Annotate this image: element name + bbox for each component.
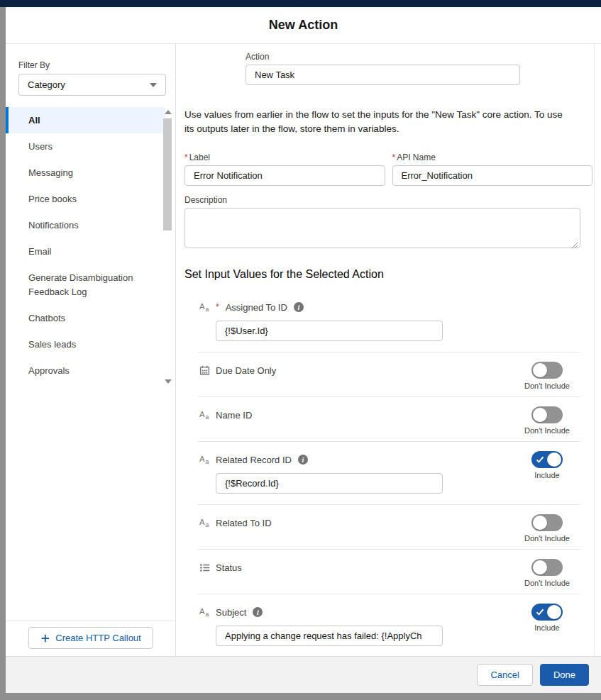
sidebar-scrollbar (163, 107, 172, 387)
action-field-group: Action (246, 52, 601, 85)
scroll-up-arrow-icon[interactable] (165, 110, 172, 114)
sidebar-item-messaging[interactable]: Messaging (6, 160, 165, 186)
check-icon (536, 608, 544, 616)
sidebar-item-sales-leads[interactable]: Sales leads (6, 331, 165, 357)
include-toggle[interactable] (531, 514, 563, 531)
svg-text:a: a (205, 458, 209, 465)
sidebar-category-label: Messaging (28, 167, 73, 178)
description-label: Description (184, 195, 592, 205)
chevron-down-icon (150, 83, 157, 87)
sidebar-category-label: Users (28, 141, 53, 152)
category-filter-value: Category (28, 79, 65, 90)
resize-handle-icon[interactable] (571, 239, 578, 246)
new-action-modal: New Action Filter By Category All Users … (6, 7, 601, 693)
sidebar-category-label: Notifications (28, 220, 79, 230)
modal-header: New Action (6, 7, 601, 44)
include-toggle[interactable] (531, 406, 563, 423)
toggle-caption: Don't Include (524, 382, 570, 390)
label-input[interactable] (184, 165, 385, 186)
input-row-label: Subject (216, 607, 246, 618)
label-field-label: *Label (184, 152, 385, 162)
required-asterisk: * (392, 152, 396, 162)
svg-text:A: A (199, 302, 205, 311)
input-row-label: Status (216, 562, 242, 573)
plus-icon (40, 633, 50, 643)
action-input-row: Aa Related To ID Don't Include (198, 505, 580, 550)
sidebar-category-label: Generate Disambiguation Feedback Log (28, 272, 133, 297)
input-row-label: Related To ID (216, 518, 272, 528)
category-list: All Users Messaging Price books Notifica… (6, 107, 175, 387)
modal-body: Filter By Category All Users Messaging P… (6, 44, 601, 656)
scroll-down-arrow-icon[interactable] (165, 379, 172, 384)
include-toggle[interactable] (531, 604, 563, 621)
action-input-row: Due Date Only Don't Include (198, 352, 580, 397)
info-icon[interactable]: i (298, 455, 308, 465)
api-name-field-group: *API Name (392, 152, 593, 186)
done-button[interactable]: Done (540, 664, 589, 686)
input-row-value[interactable] (216, 626, 443, 646)
background-top-bar (0, 0, 601, 7)
sidebar-item-generate-disambiguation-feedback-log[interactable]: Generate Disambiguation Feedback Log (6, 265, 165, 305)
description-textarea[interactable] (184, 208, 580, 248)
svg-text:a: a (205, 521, 209, 528)
sidebar-item-price-books[interactable]: Price books (6, 186, 165, 212)
info-icon[interactable]: i (294, 302, 304, 312)
sidebar-item-all[interactable]: All (6, 107, 165, 133)
toggle-caption: Don't Include (524, 579, 570, 587)
include-toggle[interactable] (531, 559, 563, 576)
info-icon[interactable]: i (253, 607, 263, 617)
sidebar-item-users[interactable]: Users (6, 133, 165, 160)
main-scrollbar-track[interactable] (594, 44, 595, 656)
sidebar-item-approvals[interactable]: Approvals (6, 357, 165, 384)
include-toggle[interactable] (531, 362, 563, 379)
text-type-icon: Aa (198, 455, 211, 465)
svg-text:a: a (205, 611, 209, 618)
action-input-row: Aa Subject i Include (198, 594, 580, 656)
action-input[interactable] (246, 65, 520, 85)
label-field-group: *Label (184, 152, 385, 186)
action-label: Action (246, 52, 601, 62)
main-panel: Action Use values from earlier in the fl… (176, 44, 601, 656)
sidebar-item-notifications[interactable]: Notifications (6, 212, 165, 238)
input-row-label: Assigned To ID (226, 302, 287, 313)
input-rows: Aa * Assigned To ID i Due Date Only (198, 289, 580, 656)
input-row-label: Related Record ID (216, 455, 292, 465)
svg-text:A: A (199, 455, 205, 463)
include-toggle[interactable] (531, 451, 563, 468)
sidebar-item-email[interactable]: Email (6, 238, 165, 265)
text-type-icon: Aa (198, 607, 211, 618)
sidebar-category-label: Sales leads (28, 339, 76, 350)
input-row-label: Name ID (216, 410, 252, 421)
action-input-row: Aa * Assigned To ID i (198, 289, 580, 352)
sidebar-category-label: Price books (28, 194, 77, 204)
toggle-caption: Don't Include (524, 534, 570, 543)
calendar-icon (198, 365, 211, 376)
toggle-caption: Include (534, 471, 559, 479)
intro-text: Use values from earlier in the flow to s… (184, 108, 571, 136)
input-row-label: Due Date Only (216, 365, 276, 376)
category-sidebar: Filter By Category All Users Messaging P… (6, 44, 175, 656)
check-icon (536, 455, 544, 464)
action-input-row: Aa Name ID Don't Include (198, 397, 580, 442)
category-filter-dropdown[interactable]: Category (18, 74, 166, 96)
toggle-caption: Include (534, 623, 559, 632)
action-input-row: Status Don't Include (198, 550, 580, 594)
input-row-value[interactable] (216, 321, 443, 341)
cancel-button[interactable]: Cancel (477, 664, 532, 686)
sidebar-category-label: Approvals (28, 365, 70, 376)
sidebar-category-label: Email (28, 246, 52, 257)
sidebar-item-chatbots[interactable]: Chatbots (6, 305, 165, 331)
required-asterisk: * (216, 302, 219, 312)
api-name-input[interactable] (392, 165, 593, 186)
create-http-callout-button[interactable]: Create HTTP Callout (28, 627, 153, 649)
section-heading: Set Input Values for the Selected Action (184, 268, 601, 281)
page-title: New Action (269, 18, 338, 33)
description-field-group: Description (184, 195, 592, 248)
scrollbar-thumb[interactable] (163, 118, 172, 230)
api-name-field-label: *API Name (392, 152, 593, 162)
text-type-icon: Aa (198, 518, 211, 528)
svg-text:A: A (199, 518, 205, 526)
text-type-icon: Aa (198, 302, 211, 313)
input-row-value[interactable] (216, 473, 443, 494)
filter-by-label: Filter By (18, 60, 175, 70)
